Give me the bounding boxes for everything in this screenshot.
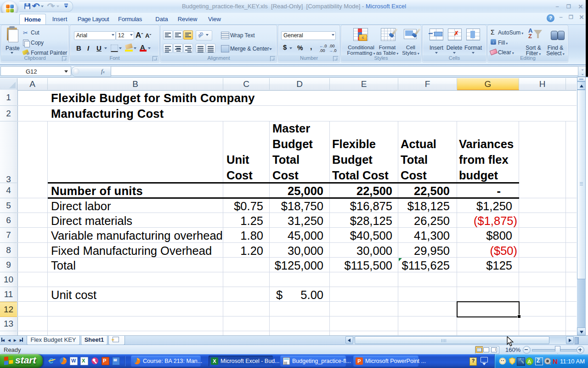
svg-text:A: A bbox=[528, 359, 531, 364]
